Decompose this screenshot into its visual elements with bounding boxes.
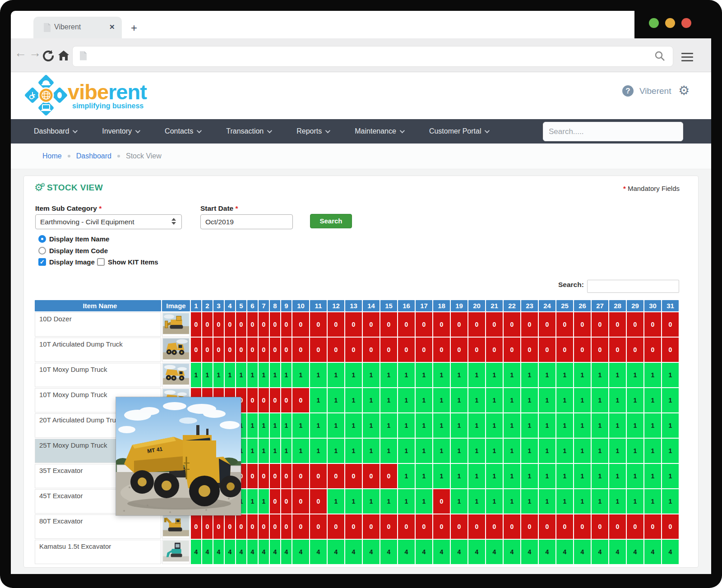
radio-display-item-name[interactable] bbox=[38, 235, 46, 243]
day-cell: 1 bbox=[504, 439, 520, 463]
nav-item-customer-portal[interactable]: Customer Portal bbox=[429, 127, 489, 135]
day-cell: 1 bbox=[486, 388, 503, 412]
day-cell: 1 bbox=[504, 363, 520, 387]
day-cell: 0 bbox=[592, 338, 608, 362]
day-cell: 0 bbox=[247, 338, 258, 362]
day-cell: 1 bbox=[398, 413, 415, 438]
day-cell: 0 bbox=[468, 514, 485, 539]
day-cell: 1 bbox=[644, 439, 661, 463]
global-search-input[interactable] bbox=[543, 122, 683, 141]
nav-item-inventory[interactable]: Inventory bbox=[102, 127, 139, 135]
option-display-item-code[interactable]: Display Item Code bbox=[38, 247, 108, 255]
breadcrumb-home[interactable]: Home bbox=[42, 152, 62, 160]
column-header-day-21: 21 bbox=[486, 300, 503, 311]
radio-display-item-code[interactable] bbox=[38, 247, 46, 255]
day-cell: 1 bbox=[363, 489, 380, 514]
day-cell: 0 bbox=[281, 388, 292, 412]
column-header-day-26: 26 bbox=[574, 300, 591, 311]
option-display-item-name[interactable]: Display Item Name bbox=[38, 235, 109, 243]
day-cell: 1 bbox=[486, 413, 503, 438]
table-search-input[interactable] bbox=[587, 280, 679, 293]
start-date-input[interactable] bbox=[200, 214, 293, 229]
account-label[interactable]: Viberent bbox=[639, 86, 671, 96]
day-cell: 1 bbox=[609, 439, 626, 463]
day-cell: 1 bbox=[433, 413, 450, 438]
day-cell: 0 bbox=[451, 514, 467, 539]
day-cell: 0 bbox=[627, 514, 643, 539]
day-cell: 4 bbox=[416, 540, 432, 564]
brand-tagline: simplifying business bbox=[72, 102, 143, 110]
search-button[interactable]: Search bbox=[310, 214, 352, 228]
nav-item-contacts[interactable]: Contacts bbox=[165, 127, 200, 135]
day-cell: 0 bbox=[292, 388, 309, 412]
back-button[interactable]: ← bbox=[14, 42, 27, 63]
day-cell: 1 bbox=[556, 489, 573, 514]
day-cell: 0 bbox=[398, 514, 415, 539]
day-cell: 0 bbox=[662, 514, 679, 539]
traffic-light-yellow[interactable] bbox=[665, 18, 675, 28]
column-header-day-27: 27 bbox=[592, 300, 608, 311]
day-cell: 1 bbox=[592, 388, 608, 412]
nav-item-maintenance[interactable]: Maintenance bbox=[355, 127, 403, 135]
home-button[interactable] bbox=[58, 50, 69, 61]
item-name-cell: 10T Articulated Dump Truck bbox=[35, 338, 161, 362]
day-cell: 1 bbox=[433, 439, 450, 463]
day-cell: 1 bbox=[363, 363, 380, 387]
day-cell: 1 bbox=[270, 413, 280, 438]
day-cell: 1 bbox=[627, 489, 643, 514]
chevron-down-icon bbox=[197, 128, 202, 133]
item-image[interactable] bbox=[162, 540, 190, 564]
column-header-day-5: 5 bbox=[236, 300, 246, 311]
refresh-button[interactable] bbox=[42, 50, 54, 61]
day-cell: 1 bbox=[556, 439, 573, 463]
url-page-icon bbox=[79, 51, 87, 61]
item-name-cell: 10D Dozer bbox=[35, 312, 161, 337]
day-cell: 0 bbox=[292, 489, 309, 514]
menu-icon[interactable] bbox=[681, 51, 693, 64]
traffic-light-red[interactable] bbox=[681, 18, 691, 28]
day-cell: 0 bbox=[191, 312, 201, 337]
browser-tab[interactable]: Viberent ✕ bbox=[33, 17, 122, 38]
nav-item-transaction[interactable]: Transaction bbox=[226, 127, 271, 135]
day-cell: 0 bbox=[609, 338, 626, 362]
url-input[interactable] bbox=[95, 49, 650, 64]
day-cell: 4 bbox=[345, 540, 362, 564]
option-display-image[interactable]: ✓ Display Image bbox=[38, 258, 95, 266]
search-icon[interactable] bbox=[654, 51, 665, 61]
day-cell: 1 bbox=[363, 413, 380, 438]
day-cell: 0 bbox=[328, 338, 344, 362]
column-header-day-7: 7 bbox=[259, 300, 269, 311]
forward-button[interactable]: → bbox=[29, 42, 41, 63]
nav-item-reports[interactable]: Reports bbox=[296, 127, 329, 135]
day-cell: 0 bbox=[345, 312, 362, 337]
new-tab-button[interactable]: + bbox=[131, 22, 137, 34]
traffic-light-green[interactable] bbox=[649, 18, 659, 28]
day-cell: 0 bbox=[556, 514, 573, 539]
item-image[interactable] bbox=[162, 363, 190, 387]
nav-item-dashboard[interactable]: Dashboard bbox=[34, 127, 76, 135]
item-image[interactable] bbox=[162, 338, 190, 362]
day-cell: 0 bbox=[259, 338, 269, 362]
item-image[interactable] bbox=[162, 514, 190, 539]
item-image[interactable] bbox=[162, 312, 190, 337]
item-sub-category-select[interactable]: Earthmoving - Civil Equipment bbox=[35, 214, 182, 229]
day-cell: 1 bbox=[270, 439, 280, 463]
help-icon[interactable]: ? bbox=[622, 85, 634, 97]
checkbox-show-kit-items[interactable] bbox=[97, 258, 105, 266]
option-show-kit-items[interactable]: Show KIT Items bbox=[97, 258, 158, 266]
breadcrumb-dashboard[interactable]: Dashboard bbox=[76, 152, 111, 160]
day-cell: 1 bbox=[486, 464, 503, 488]
day-cell: 1 bbox=[328, 439, 344, 463]
settings-gear-icon[interactable]: ⚙ bbox=[678, 83, 690, 98]
day-cell: 4 bbox=[236, 540, 246, 564]
day-cell: 1 bbox=[486, 439, 503, 463]
tab-close-icon[interactable]: ✕ bbox=[109, 23, 115, 31]
day-cell: 1 bbox=[292, 439, 309, 463]
checkbox-display-image[interactable]: ✓ bbox=[38, 258, 46, 266]
day-cell: 1 bbox=[662, 388, 679, 412]
day-cell: 0 bbox=[521, 338, 538, 362]
day-cell: 0 bbox=[191, 338, 201, 362]
day-cell: 1 bbox=[574, 489, 591, 514]
day-cell: 0 bbox=[225, 312, 235, 337]
day-cell: 0 bbox=[259, 388, 269, 412]
